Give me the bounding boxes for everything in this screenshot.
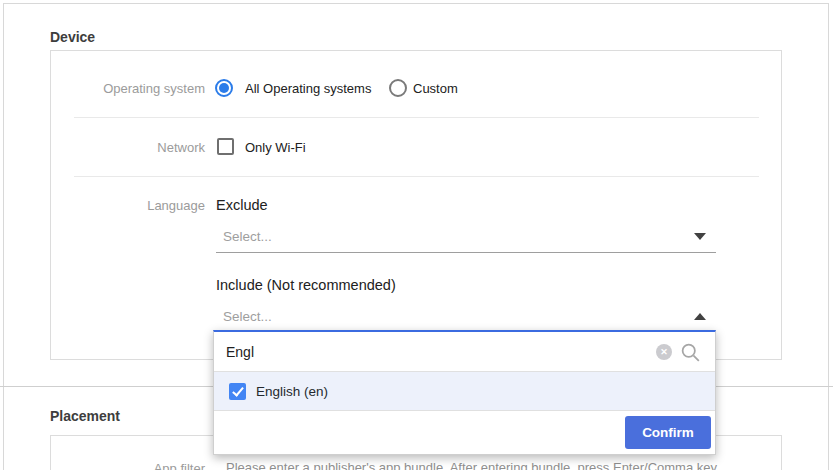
row-divider — [74, 176, 759, 177]
clear-icon[interactable]: ✕ — [656, 344, 672, 360]
language-dropdown: ✕ English (en) Confirm — [213, 330, 716, 455]
language-label: Language — [51, 198, 205, 214]
placement-section-title: Placement — [50, 408, 120, 424]
caret-up-icon — [694, 313, 706, 320]
app-filter-hint: Please enter a publisher's app bundle. A… — [226, 460, 717, 470]
include-language-select[interactable]: Select... — [216, 301, 716, 331]
include-label: Include (Not recommended) — [216, 277, 396, 294]
only-wifi-checkbox[interactable] — [217, 138, 234, 155]
language-search-row: ✕ — [214, 332, 715, 372]
operating-system-label: Operating system — [51, 81, 205, 97]
custom-radio-label[interactable]: Custom — [413, 81, 458, 97]
all-operating-systems-radio[interactable] — [215, 79, 233, 97]
page-canvas: Device Operating system All Operating sy… — [0, 0, 833, 470]
include-select-placeholder: Select... — [223, 309, 272, 324]
language-option-label: English (en) — [256, 384, 328, 399]
app-filter-label: App filter — [51, 461, 205, 470]
caret-down-icon — [694, 233, 706, 240]
exclude-select-placeholder: Select... — [223, 229, 272, 244]
all-operating-systems-radio-label[interactable]: All Operating systems — [245, 81, 371, 97]
language-option-checkbox[interactable] — [229, 383, 246, 400]
dropdown-footer: Confirm — [214, 411, 715, 453]
search-icon — [680, 342, 701, 363]
row-divider — [74, 117, 759, 118]
device-section-title: Device — [50, 29, 95, 45]
language-search-input[interactable] — [226, 340, 646, 364]
custom-radio[interactable] — [389, 79, 407, 97]
device-panel: Operating system All Operating systems C… — [50, 50, 782, 360]
language-option-row[interactable]: English (en) — [214, 372, 715, 411]
confirm-button[interactable]: Confirm — [625, 416, 711, 449]
exclude-language-select[interactable]: Select... — [216, 221, 716, 253]
only-wifi-checkbox-label[interactable]: Only Wi-Fi — [245, 140, 306, 156]
exclude-label: Exclude — [216, 197, 268, 214]
network-label: Network — [51, 140, 205, 156]
